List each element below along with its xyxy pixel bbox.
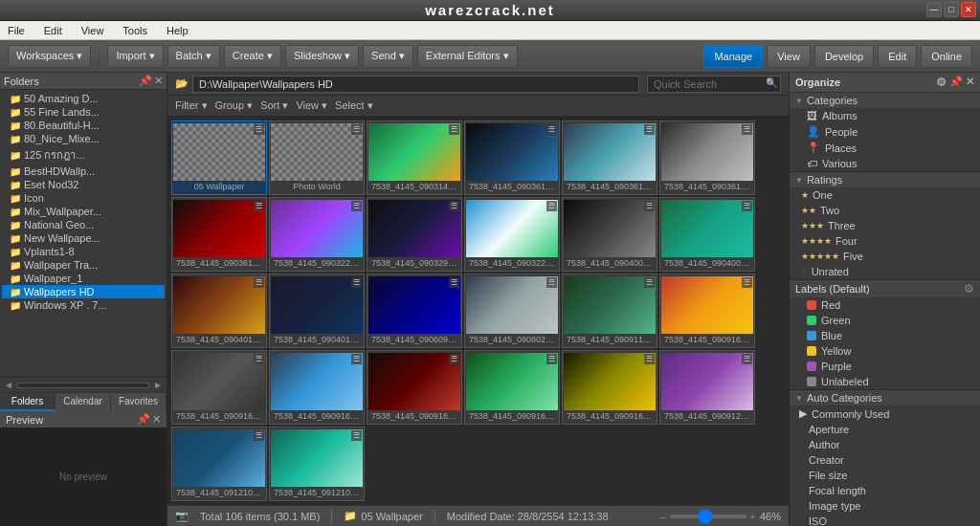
label-unlabeled[interactable]: Unlabeled: [790, 374, 980, 389]
thumbnail-item[interactable]: ☰7538_4145_09091101...: [562, 274, 657, 348]
send-button[interactable]: Send ▾: [363, 45, 413, 68]
thumbnail-item[interactable]: ☰7538_4145_09040101...: [269, 274, 365, 348]
thumbnail-item[interactable]: ☰7538_4145_09060920...: [367, 274, 462, 348]
favorites-tab[interactable]: Favorites: [111, 393, 167, 411]
view-mode-button[interactable]: View: [767, 45, 811, 68]
tree-item[interactable]: 📁Wallpaper_1: [2, 272, 165, 285]
thumbnail-item[interactable]: ☰7538_4145_09036161...: [562, 121, 657, 195]
tree-item[interactable]: 📁BestHDWallp...: [2, 164, 165, 178]
organize-pin-icon[interactable]: 📌: [949, 76, 963, 89]
tree-item[interactable]: 📁New Wallpape...: [2, 231, 165, 245]
label-yellow[interactable]: Yellow: [790, 343, 980, 359]
menu-view[interactable]: View: [78, 25, 108, 36]
thumbnail-item[interactable]: ☰7538_4145_09032900...: [367, 197, 462, 272]
auto-aperture[interactable]: Aperture: [790, 422, 980, 437]
auto-categories-header[interactable]: Auto Categories: [790, 390, 980, 405]
auto-focal-length[interactable]: Focal length: [790, 483, 980, 498]
thumbnail-item[interactable]: ☰7538_4145_09032290...: [269, 197, 365, 272]
organize-close-icon[interactable]: ✕: [966, 76, 974, 89]
view-button[interactable]: View ▾: [296, 99, 327, 112]
auto-image-type[interactable]: Image type: [790, 498, 980, 514]
auto-creator[interactable]: Creator: [790, 452, 980, 468]
preview-pin-icon[interactable]: 📌: [137, 413, 150, 426]
auto-commonly-used[interactable]: ▶ Commonly Used: [790, 405, 980, 422]
label-blue[interactable]: Blue: [790, 328, 980, 343]
thumbnail-item[interactable]: ☰7538_4145_09121010...: [171, 427, 267, 501]
labels-header[interactable]: Labels (Default) ⚙: [790, 280, 980, 297]
thumbnail-item[interactable]: ☰7538_4145_09121010...: [269, 427, 365, 501]
workspaces-button[interactable]: Workspaces ▾: [8, 45, 91, 68]
thumbnail-item[interactable]: ☰7538_4145_09036161...: [659, 121, 755, 195]
folders-tab[interactable]: Folders: [0, 393, 56, 411]
menu-tools[interactable]: Tools: [119, 25, 151, 36]
auto-filesize[interactable]: File size: [790, 468, 980, 483]
category-places[interactable]: 📍 Places: [790, 140, 980, 156]
rating-4[interactable]: ★★★★ Four: [790, 233, 980, 249]
tree-item[interactable]: 📁National Geo...: [2, 218, 165, 231]
develop-mode-button[interactable]: Develop: [814, 45, 874, 68]
rating-1[interactable]: ★ One: [790, 187, 980, 203]
thumbnail-item[interactable]: ☰7538_4145_09031423...: [367, 121, 462, 195]
tree-item[interactable]: 📁50 Amazing D...: [2, 92, 165, 105]
zoom-in-icon[interactable]: +: [750, 511, 756, 522]
menu-help[interactable]: Help: [163, 25, 192, 36]
manage-mode-button[interactable]: Manage: [703, 45, 763, 68]
folders-close-icon[interactable]: ✕: [154, 75, 163, 87]
thumbnail-item[interactable]: ☰7538_4145_09040041...: [659, 197, 755, 272]
minimize-button[interactable]: —: [926, 2, 942, 17]
auto-author[interactable]: Author: [790, 437, 980, 452]
thumbnail-item[interactable]: ☰7538_4145_09032290...: [464, 197, 560, 272]
tree-item[interactable]: 📁Mix_Wallpaper...: [2, 205, 165, 218]
thumbnail-item[interactable]: ☰05 Wallpaper: [171, 121, 267, 195]
category-albums[interactable]: 🖼 Albums: [790, 108, 980, 123]
thumbnail-item[interactable]: ☰7538_4145_09091601...: [464, 350, 560, 425]
thumbnail-item[interactable]: ☰7538_4145_09091201...: [659, 350, 755, 425]
category-people[interactable]: 👤 People: [790, 123, 980, 140]
path-input[interactable]: [192, 76, 639, 93]
thumbnail-item[interactable]: ☰Photo World: [269, 121, 365, 195]
rating-unrated[interactable]: ○ Unrated: [790, 264, 980, 279]
menu-file[interactable]: File: [4, 25, 29, 36]
rating-5[interactable]: ★★★★★ Five: [790, 249, 980, 264]
tree-item-selected[interactable]: 📁Wallpapers HD: [2, 285, 165, 298]
category-various[interactable]: 🏷 Various: [790, 156, 980, 171]
ratings-header[interactable]: Ratings: [790, 172, 980, 187]
close-button[interactable]: ✕: [961, 2, 976, 17]
label-purple[interactable]: Purple: [790, 359, 980, 374]
import-button[interactable]: Import ▾: [107, 45, 163, 68]
thumbnail-item[interactable]: ☰7538_4145_09091601...: [659, 274, 755, 348]
rating-3[interactable]: ★★★ Three: [790, 218, 980, 233]
preview-close-icon[interactable]: ✕: [152, 413, 161, 426]
tree-item[interactable]: 📁Windows XP . 7...: [2, 298, 165, 312]
label-red[interactable]: Red: [790, 297, 980, 313]
organize-settings-icon[interactable]: ⚙: [936, 76, 947, 89]
tree-item[interactable]: 📁Wallpaper Tra...: [2, 258, 165, 272]
external-editors-button[interactable]: External Editors ▾: [417, 45, 518, 68]
slideshow-button[interactable]: Slideshow ▾: [285, 45, 359, 68]
thumbnail-item[interactable]: ☰7538_4145_09040101...: [171, 274, 267, 348]
tree-item[interactable]: 📁80_Nice_Mixe...: [2, 132, 165, 145]
zoom-slider[interactable]: [670, 515, 746, 518]
thumbnail-item[interactable]: ☰7538_4145_09091601...: [562, 350, 657, 425]
thumbnail-item[interactable]: ☰7538_4145_09036161...: [171, 197, 267, 272]
thumbnail-item[interactable]: ☰7538_4145_09036161...: [464, 121, 560, 195]
tree-item[interactable]: 📁Vplants1-8: [2, 245, 165, 258]
thumbnail-item[interactable]: ☰7538_4145_09040041...: [562, 197, 657, 272]
scroll-right-icon[interactable]: ►: [153, 380, 163, 390]
tree-item[interactable]: 📁55 Fine Lands...: [2, 105, 165, 119]
auto-iso[interactable]: ISO: [790, 514, 980, 526]
create-button[interactable]: Create ▾: [224, 45, 281, 68]
thumbnail-item[interactable]: ☰7538_4145_09091601...: [171, 350, 267, 425]
thumbnail-item[interactable]: ☰7538_4145_09091601...: [367, 350, 462, 425]
scroll-left-icon[interactable]: ◄: [4, 380, 13, 390]
rating-2[interactable]: ★★ Two: [790, 203, 980, 218]
filter-button[interactable]: Filter ▾: [175, 99, 208, 112]
thumbnail-item[interactable]: ☰7538_4145_09080201...: [464, 274, 560, 348]
tree-item[interactable]: 📁Eset Nod32: [2, 178, 165, 191]
sort-button[interactable]: Sort ▾: [260, 99, 288, 112]
select-button[interactable]: Select ▾: [335, 99, 373, 112]
categories-header[interactable]: Categories: [790, 93, 980, 108]
online-mode-button[interactable]: Online: [921, 45, 972, 68]
group-button[interactable]: Group ▾: [215, 99, 254, 112]
label-green[interactable]: Green: [790, 313, 980, 328]
